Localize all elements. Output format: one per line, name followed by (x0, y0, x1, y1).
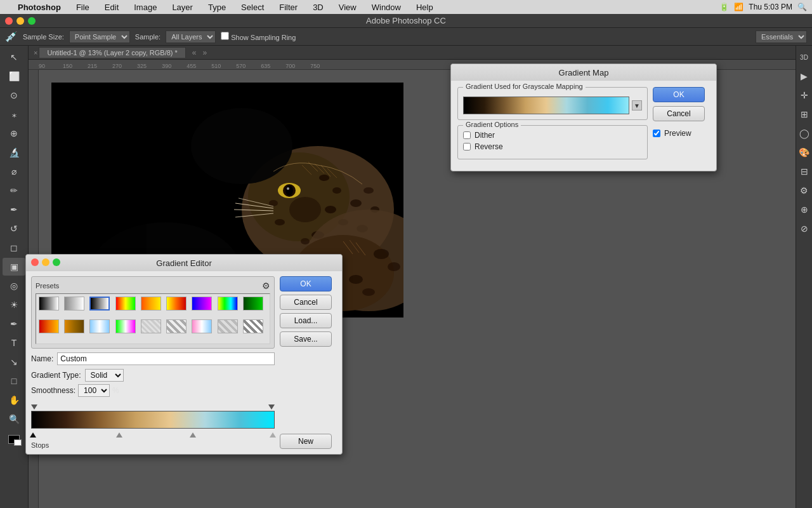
preset-item[interactable] (115, 319, 136, 333)
preview-checkbox[interactable] (653, 130, 660, 137)
svg-point-8 (319, 175, 329, 181)
zoom-tool[interactable]: 🔍 (3, 410, 25, 428)
grid-icon[interactable]: ⊞ (793, 105, 813, 123)
play-button[interactable]: ▶ (793, 67, 813, 85)
gradient-dropdown-button[interactable]: ▼ (632, 100, 642, 110)
maximize-window-button[interactable] (28, 17, 36, 25)
gradient-map-cancel-button[interactable]: Cancel (653, 106, 705, 121)
preset-item[interactable] (218, 297, 238, 311)
preset-item[interactable] (64, 319, 84, 333)
menu-3d[interactable]: 3D (310, 3, 326, 12)
presets-settings-icon[interactable]: ⚙ (262, 281, 270, 291)
preset-item[interactable] (141, 319, 161, 333)
menu-image[interactable]: Image (131, 3, 159, 12)
move-tool[interactable]: ↖ (3, 48, 25, 66)
essentials-select[interactable]: Essentials (756, 30, 807, 43)
path-select-tool[interactable]: ↘ (3, 353, 25, 371)
search-icon[interactable]: 🔍 (797, 3, 807, 11)
blur-tool[interactable]: ◎ (3, 277, 25, 295)
gradient-editor-cancel-button[interactable]: Cancel (280, 295, 332, 310)
gradient-editor-load-button[interactable]: Load... (280, 313, 332, 328)
sample-size-select[interactable]: Point Sample (69, 30, 130, 43)
reverse-checkbox[interactable] (463, 143, 471, 150)
menu-select[interactable]: Select (239, 3, 266, 12)
color-stop-white[interactable] (270, 431, 276, 438)
preset-item[interactable] (64, 297, 84, 311)
3d-panel-button[interactable]: 3D (793, 48, 813, 66)
gradient-bar[interactable] (31, 411, 275, 429)
crosshair-icon[interactable]: ✛ (793, 86, 813, 104)
preset-item[interactable] (89, 297, 110, 311)
rectangle-select-tool[interactable]: ⬜ (3, 67, 25, 85)
menu-view[interactable]: View (336, 3, 359, 12)
preset-item[interactable] (39, 297, 59, 311)
preset-item[interactable] (243, 297, 263, 311)
history-brush-tool[interactable]: ↺ (3, 220, 25, 237)
menu-help[interactable]: Help (414, 3, 436, 12)
gradient-preview[interactable] (463, 97, 629, 114)
crop-tool[interactable]: ⊕ (3, 124, 25, 142)
pen-tool[interactable]: ✒ (3, 315, 25, 333)
document-tab[interactable]: Untitled-1 @ 13% (Layer 2 copy, RGB/8) * (39, 47, 185, 58)
ge-maximize-button[interactable] (53, 258, 60, 266)
color-stop-mid1[interactable] (116, 431, 122, 438)
gradient-editor-save-button[interactable]: Save... (280, 331, 332, 347)
gradient-editor-ok-button[interactable]: OK (280, 276, 332, 291)
ge-close-button[interactable] (31, 258, 39, 266)
gradient-editor-new-button[interactable]: New (280, 434, 332, 449)
menu-filter[interactable]: Filter (277, 3, 300, 12)
menu-window[interactable]: Window (369, 3, 403, 12)
preset-item[interactable] (89, 319, 110, 333)
gradient-map-dialog-title: Gradient Map (451, 64, 716, 81)
preset-item[interactable] (166, 297, 187, 311)
color-wheel-icon[interactable]: 🎨 (793, 144, 813, 161)
preset-item[interactable] (115, 297, 136, 311)
gradient-type-select[interactable]: Solid Noise (85, 369, 124, 382)
hand-tool[interactable]: ✋ (3, 391, 25, 409)
brush-tool[interactable]: ✏ (3, 182, 25, 199)
preset-item[interactable] (243, 319, 263, 333)
lasso-tool[interactable]: ⊙ (3, 86, 25, 104)
sample-select[interactable]: All Layers (166, 30, 216, 43)
adjust-icon[interactable]: ⚙ (793, 182, 813, 199)
menu-layer[interactable]: Layer (169, 3, 195, 12)
clone-stamp-tool[interactable]: ✒ (3, 201, 25, 218)
circle-icon[interactable]: ◯ (793, 124, 813, 142)
preset-item[interactable] (192, 297, 212, 311)
smoothness-select[interactable]: 100 (78, 384, 110, 397)
menu-photoshop[interactable]: Photoshop (15, 3, 63, 12)
gradient-tool[interactable]: ▣ (3, 258, 25, 276)
preset-item[interactable] (218, 319, 238, 333)
menu-file[interactable]: File (74, 3, 92, 12)
eyedropper-tool[interactable]: 🔬 (3, 144, 25, 161)
dodge-tool[interactable]: ☀ (3, 296, 25, 314)
menu-type[interactable]: Type (206, 3, 228, 12)
show-sampling-ring-checkbox[interactable] (221, 32, 229, 40)
minimize-window-button[interactable] (16, 17, 24, 25)
collapse-panel-button[interactable]: « (190, 48, 199, 57)
preset-item[interactable] (141, 297, 161, 311)
preset-item[interactable] (166, 319, 187, 333)
opacity-stop-left[interactable] (31, 404, 37, 411)
close-window-button[interactable] (5, 17, 13, 25)
clock-time: Thu 5:03 PM (749, 3, 792, 11)
preset-item[interactable] (39, 319, 59, 333)
color-stop-mid2[interactable] (190, 431, 196, 438)
quick-select-tool[interactable]: ⁎ (3, 105, 25, 123)
ge-minimize-button[interactable] (42, 258, 49, 266)
spot-healing-tool[interactable]: ⌀ (3, 163, 25, 180)
expand-panel-button[interactable]: » (200, 48, 210, 57)
preset-item[interactable] (192, 319, 212, 333)
opacity-stop-right[interactable] (268, 404, 275, 411)
type-tool[interactable]: T (3, 334, 25, 352)
shape-tool[interactable]: □ (3, 372, 25, 390)
dither-checkbox[interactable] (463, 131, 471, 139)
brush-settings-icon[interactable]: ⊘ (793, 220, 813, 237)
eraser-tool[interactable]: ◻ (3, 239, 25, 257)
gradient-map-ok-button[interactable]: OK (653, 87, 705, 102)
color-stop-black[interactable] (30, 431, 36, 438)
menu-edit[interactable]: Edit (102, 3, 121, 12)
gradient-name-input[interactable] (57, 352, 275, 365)
table-icon[interactable]: ⊟ (793, 163, 813, 180)
layers-icon[interactable]: ⊕ (793, 201, 813, 218)
